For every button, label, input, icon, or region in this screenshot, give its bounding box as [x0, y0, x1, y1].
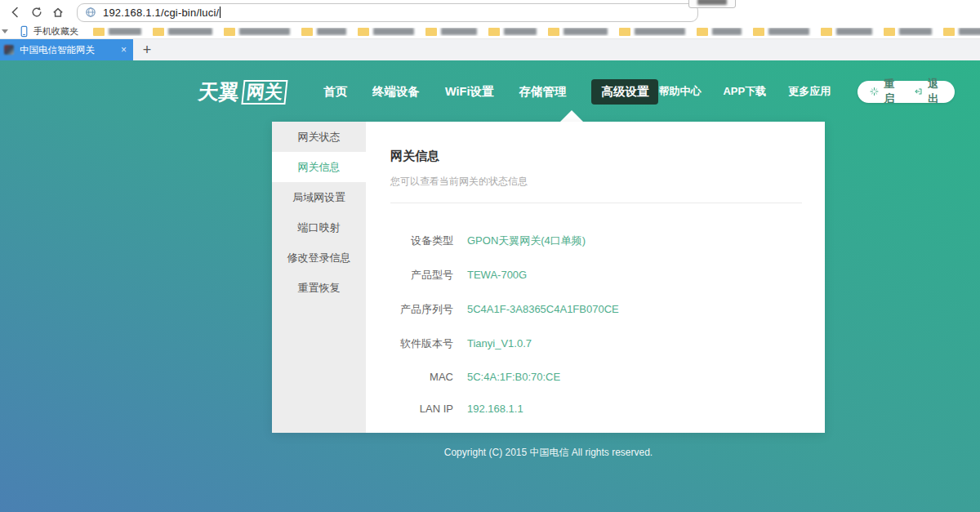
info-fields: 设备类型 GPON天翼网关(4口单频) 产品型号 TEWA-700G 产品序列号…: [390, 234, 802, 433]
bookmark-folder-item[interactable]: [301, 28, 346, 36]
header-link[interactable]: 帮助中心: [658, 84, 701, 99]
info-row: 设备类型 GPON天翼网关(4口单频): [390, 234, 802, 248]
folder-icon: [821, 28, 832, 36]
bookmark-blurred-label: [836, 28, 872, 35]
bookmark-blurred-label: [168, 28, 212, 35]
back-button[interactable]: [5, 2, 26, 23]
field-value: Tianyi_V1.0.7: [467, 337, 532, 349]
screen: 192.168.1.1/cgi-bin/luci/ 手机收藏夹: [0, 0, 980, 512]
refresh-button[interactable]: [26, 2, 47, 23]
header-link[interactable]: APP下载: [723, 84, 766, 99]
info-row: LAN IP 192.168.1.1: [390, 403, 802, 415]
bookmark-blurred-label: [564, 28, 608, 35]
bookmarks-dropdown-icon[interactable]: [2, 29, 8, 33]
field-value: 5C4A1F-3A8365C4A1FB070CE: [467, 303, 619, 315]
field-value: 192.168.1.1: [467, 403, 523, 415]
new-tab-button[interactable]: +: [133, 39, 161, 60]
bookmarks-bar: 手机收藏夹: [0, 24, 980, 38]
bookmark-folder-item[interactable]: [884, 28, 932, 36]
folder-icon: [153, 28, 164, 36]
sidebar-item[interactable]: 局域网设置: [272, 182, 366, 212]
folder-icon: [548, 28, 559, 36]
nav-item[interactable]: 终端设备: [372, 84, 420, 100]
gateway-info-content: 网关信息 您可以查看当前网关的状态信息 设备类型 GPON天翼网关(4口单频) …: [366, 122, 825, 433]
sidebar-item[interactable]: 修改登录信息: [272, 243, 366, 273]
field-value: 5C:4A:1F:B0:70:CE: [467, 371, 560, 383]
logout-button[interactable]: 退出: [914, 77, 942, 106]
nav-item-label: 终端设备: [372, 85, 420, 98]
content-title: 网关信息: [390, 149, 802, 164]
sidebar-item-label: 修改登录信息: [287, 252, 351, 264]
active-tab[interactable]: 中国电信智能网关 ×: [0, 39, 133, 60]
bookmark-blurred-label: [239, 28, 290, 35]
bookmark-mobile-favorites[interactable]: 手机收藏夹: [18, 25, 78, 38]
bookmark-folder-item[interactable]: [548, 28, 608, 36]
settings-sidebar: 网关状态 网关信息 局域网设置 端口映射 修改登录信息: [272, 122, 366, 433]
nav-item-label: WiFi设置: [445, 85, 493, 98]
tab-favicon: [4, 45, 14, 55]
field-label: MAC: [390, 371, 453, 383]
bookmark-folder-item[interactable]: [821, 28, 872, 36]
bookmark-folder-item[interactable]: [697, 28, 742, 36]
settings-panel: 网关状态 网关信息 局域网设置 端口映射 修改登录信息: [272, 122, 825, 433]
sidebar-item[interactable]: 重置恢复: [272, 273, 366, 303]
field-label: 软件版本号: [390, 336, 453, 351]
field-value: GPON天翼网关(4口单频): [467, 234, 586, 248]
partial-popup-button[interactable]: [688, 0, 736, 8]
folder-icon: [301, 28, 313, 36]
sidebar-item[interactable]: 网关信息: [272, 152, 366, 182]
bookmark-blurred-label: [635, 28, 685, 35]
logo-part2: 网关: [241, 79, 287, 104]
info-row: 产品型号 TEWA-700G: [390, 268, 802, 283]
divider: [390, 203, 802, 203]
bookmark-blurred-label: [504, 28, 537, 35]
nav-item-label: 存储管理: [519, 85, 566, 98]
tianyi-gateway-logo: 天翼 网关: [197, 78, 287, 105]
bookmark-folder-item[interactable]: [943, 28, 980, 36]
folder-icon: [93, 28, 105, 36]
nav-item[interactable]: WiFi设置: [445, 84, 493, 100]
tab-close-icon[interactable]: ×: [121, 44, 127, 56]
sidebar-item[interactable]: 网关状态: [272, 122, 366, 152]
folder-icon: [619, 28, 630, 36]
url-text: 192.168.1.1/cgi-bin/luci/: [103, 7, 219, 19]
refresh-icon: [30, 6, 43, 19]
content-subtitle: 您可以查看当前网关的状态信息: [390, 175, 802, 189]
folder-icon: [224, 28, 235, 36]
bookmark-folder-item[interactable]: [224, 28, 290, 36]
tab-bar: 中国电信智能网关 × +: [0, 38, 980, 60]
bookmark-folder-item[interactable]: [93, 28, 141, 36]
field-value: TEWA-700G: [467, 269, 527, 281]
logout-label: 退出: [928, 77, 942, 106]
session-actions: 重启 退出: [858, 81, 955, 103]
copyright-footer: Copyright (C) 2015 中国电信 All rights reser…: [272, 446, 825, 460]
nav-item-label: 高级设置: [601, 85, 648, 98]
browser-toolbar: 192.168.1.1/cgi-bin/luci/: [0, 0, 980, 24]
bookmark-folder-item[interactable]: [753, 28, 809, 36]
bookmark-folder-item[interactable]: [488, 28, 537, 36]
bookmark-folder-item[interactable]: [619, 28, 685, 36]
field-label: 产品序列号: [390, 302, 453, 317]
info-row: 产品序列号 5C4A1F-3A8365C4A1FB070CE: [390, 302, 802, 317]
folder-icon: [425, 28, 437, 36]
header-links: 帮助中心 APP下载 更多应用: [658, 84, 831, 99]
home-button[interactable]: [47, 2, 69, 23]
nav-item[interactable]: 首页: [323, 84, 347, 100]
bookmark-folder-item[interactable]: [153, 28, 212, 36]
header-link[interactable]: 更多应用: [788, 84, 831, 99]
restart-button[interactable]: 重启: [870, 77, 898, 106]
sidebar-item-label: 重置恢复: [298, 282, 341, 294]
text-cursor: [220, 7, 220, 18]
field-label: 产品型号: [390, 268, 453, 283]
sidebar-item[interactable]: 端口映射: [272, 212, 366, 243]
back-icon: [9, 6, 22, 19]
address-bar[interactable]: 192.168.1.1/cgi-bin/luci/: [77, 3, 698, 22]
nav-item[interactable]: 存储管理: [519, 84, 566, 100]
nav-item[interactable]: 高级设置: [591, 79, 658, 105]
bookmark-folder-item[interactable]: [425, 28, 477, 36]
folder-icon: [943, 28, 955, 36]
bookmark-folder-item[interactable]: [358, 28, 414, 36]
phone-icon: [18, 25, 30, 38]
folder-icon: [358, 28, 369, 36]
logo-part1: 天翼: [197, 78, 240, 105]
